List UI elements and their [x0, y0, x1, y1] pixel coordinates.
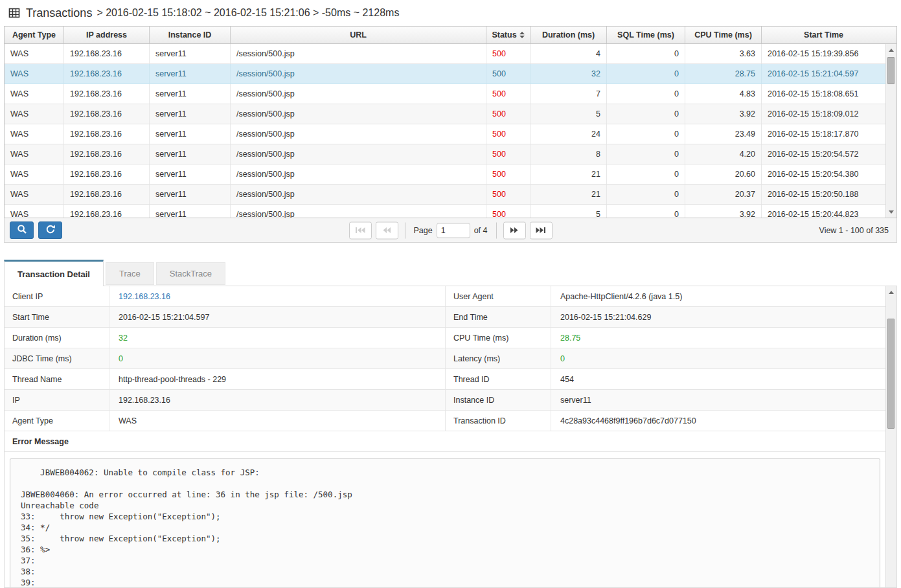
cell-ip-address: 192.168.23.16	[64, 205, 150, 218]
cell-ip-address: 192.168.23.16	[64, 44, 150, 63]
col-header-label: Duration (ms)	[542, 30, 595, 40]
detail-label-duration: Duration (ms)	[5, 328, 109, 348]
col-header-sql-time[interactable]: SQL Time (ms)	[607, 27, 685, 43]
cell-start-time: 2016-02-15 15:20:54.572	[762, 144, 885, 164]
cell-instance-id: server11	[150, 164, 231, 184]
first-page-button[interactable]	[348, 221, 371, 239]
cell-start-time: 2016-02-15 15:18:17.870	[762, 124, 885, 144]
detail-value-thread-id: 454	[551, 369, 885, 389]
detail-value-thread-name: http-thread-pool-threads - 229	[109, 369, 446, 389]
prev-page-button[interactable]	[375, 221, 398, 239]
transaction-row[interactable]: WAS 192.168.23.16 server11 /session/500.…	[5, 104, 885, 124]
cell-sql-time: 0	[607, 144, 685, 164]
transaction-row[interactable]: WAS 192.168.23.16 server11 /session/500.…	[5, 84, 885, 104]
cell-sql-time: 0	[607, 64, 685, 84]
detail-label-agent-type: Agent Type	[5, 411, 109, 431]
prev-page-icon	[382, 225, 391, 235]
tab-transaction-detail[interactable]: Transaction Detail	[4, 260, 104, 286]
refresh-button[interactable]	[38, 221, 62, 239]
next-page-button[interactable]	[503, 221, 526, 239]
cell-url: /session/500.jsp	[231, 144, 486, 164]
col-header-agent-type[interactable]: Agent Type	[5, 27, 64, 43]
col-header-cpu-time[interactable]: CPU Time (ms)	[685, 27, 762, 43]
cell-status: 500	[486, 185, 530, 204]
cell-duration: 32	[530, 64, 607, 84]
cell-start-time: 2016-02-15 15:20:44.823	[762, 205, 885, 218]
detail-value-client-ip[interactable]: 192.168.23.16	[109, 286, 446, 306]
detail-tabs: Transaction Detail Trace StackTrace	[4, 260, 897, 286]
scroll-up-arrow[interactable]	[886, 287, 896, 297]
col-header-instance-id[interactable]: Instance ID	[150, 27, 231, 43]
cell-cpu-time: 20.37	[685, 185, 762, 204]
col-header-label: Instance ID	[168, 30, 212, 40]
page-count-label: of 4	[474, 226, 488, 235]
col-header-start-time[interactable]: Start Time	[762, 27, 885, 43]
last-page-icon	[536, 225, 546, 235]
scrollbar-thumb[interactable]	[887, 57, 895, 84]
transaction-row[interactable]: WAS 192.168.23.16 server11 /session/500.…	[5, 164, 885, 185]
cell-duration: 5	[530, 205, 607, 218]
tab-trace[interactable]: Trace	[106, 262, 154, 285]
detail-label-end-time: End Time	[446, 307, 551, 327]
tab-label: Trace	[119, 269, 141, 278]
scroll-down-arrow[interactable]	[886, 207, 896, 217]
detail-value-user-agent: Apache-HttpClient/4.2.6 (java 1.5)	[551, 286, 885, 306]
cell-sql-time: 0	[607, 84, 685, 104]
cell-agent-type: WAS	[5, 144, 64, 164]
detail-value-agent-type: WAS	[109, 411, 446, 431]
sort-arrows-icon[interactable]	[519, 32, 525, 38]
cell-instance-id: server11	[150, 185, 231, 204]
error-message-label: Error Message	[5, 437, 69, 446]
detail-label-instance-id: Instance ID	[446, 390, 551, 410]
search-button[interactable]	[10, 221, 34, 239]
transaction-row[interactable]: WAS 192.168.23.16 server11 /session/500.…	[5, 205, 885, 218]
detail-label-cpu-time: CPU Time (ms)	[446, 328, 551, 348]
col-header-url[interactable]: URL	[231, 27, 486, 43]
detail-label-start-time: Start Time	[5, 307, 109, 327]
col-header-duration[interactable]: Duration (ms)	[530, 27, 607, 43]
cell-ip-address: 192.168.23.16	[64, 84, 150, 104]
cell-status: 500	[486, 104, 530, 124]
cell-cpu-time: 23.49	[685, 124, 762, 144]
cell-ip-address: 192.168.23.16	[64, 124, 150, 144]
transaction-row-selected[interactable]: WAS 192.168.23.16 server11 /session/500.…	[5, 64, 885, 84]
cell-sql-time: 0	[607, 124, 685, 144]
search-icon	[17, 224, 27, 236]
detail-vertical-scrollbar[interactable]	[885, 286, 896, 587]
pager-separator	[404, 222, 405, 238]
col-header-ip-address[interactable]: IP address	[64, 27, 150, 43]
page-title-range: > 2016-02-15 15:18:02 ~ 2016-02-15 15:21…	[97, 7, 399, 19]
last-page-button[interactable]	[530, 221, 553, 239]
detail-label-client-ip: Client IP	[5, 286, 109, 306]
cell-url: /session/500.jsp	[231, 84, 486, 104]
tab-label: StackTrace	[170, 269, 212, 278]
transaction-row[interactable]: WAS 192.168.23.16 server11 /session/500.…	[5, 44, 885, 64]
scroll-up-arrow[interactable]	[886, 45, 896, 55]
error-message-box: JBWEB004062: Unable to compile class for…	[10, 458, 880, 587]
tab-stacktrace[interactable]: StackTrace	[156, 262, 225, 285]
transaction-row[interactable]: WAS 192.168.23.16 server11 /session/500.…	[5, 124, 885, 144]
scrollbar-thumb[interactable]	[887, 319, 895, 429]
transaction-row[interactable]: WAS 192.168.23.16 server11 /session/500.…	[5, 144, 885, 164]
grid-vertical-scrollbar[interactable]	[885, 44, 896, 218]
page-input[interactable]	[437, 223, 470, 238]
col-header-label: URL	[350, 30, 367, 40]
cell-agent-type: WAS	[5, 44, 64, 63]
cell-start-time: 2016-02-15 15:21:04.597	[762, 64, 885, 84]
cell-cpu-time: 4.83	[685, 84, 762, 104]
cell-ip-address: 192.168.23.16	[64, 185, 150, 204]
detail-value-end-time: 2016-02-15 15:21:04.629	[551, 307, 885, 327]
cell-start-time: 2016-02-15 15:18:09.012	[762, 104, 885, 124]
detail-content: Client IP 192.168.23.16 User Agent Apach…	[5, 286, 885, 587]
cell-start-time: 2016-02-15 15:19:39.856	[762, 44, 885, 63]
detail-row: Client IP 192.168.23.16 User Agent Apach…	[5, 286, 885, 307]
cell-start-time: 2016-02-15 15:20:50.188	[762, 185, 885, 204]
cell-ip-address: 192.168.23.16	[64, 64, 150, 84]
detail-row: IP 192.168.23.16 Instance ID server11	[5, 390, 885, 411]
col-header-status[interactable]: Status	[486, 27, 530, 43]
cell-status: 500	[486, 124, 530, 144]
cell-agent-type: WAS	[5, 104, 64, 124]
col-header-label: IP address	[86, 30, 127, 40]
transaction-row[interactable]: WAS 192.168.23.16 server11 /session/500.…	[5, 185, 885, 205]
cell-agent-type: WAS	[5, 185, 64, 204]
